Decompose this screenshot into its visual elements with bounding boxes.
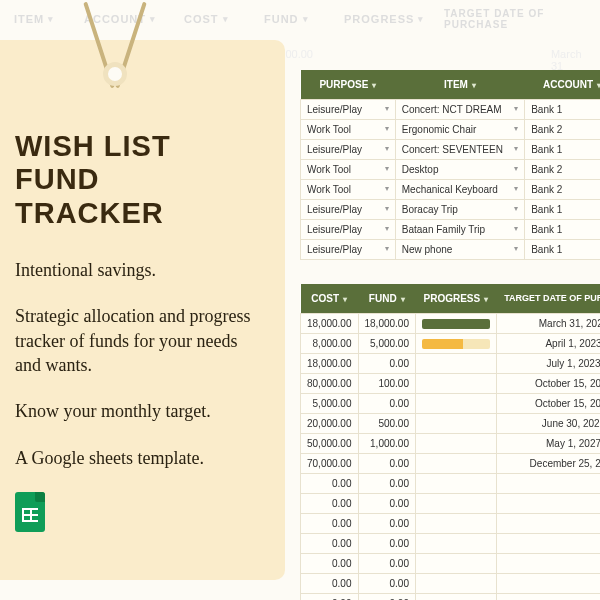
account-cell[interactable]: Bank 1 — [525, 200, 600, 220]
date-cell[interactable] — [496, 554, 600, 574]
table-row[interactable]: Leisure/Play▾Concert: NCT DREAM▾Bank 1 — [301, 100, 601, 120]
date-cell[interactable]: July 1, 2023 — [496, 354, 600, 374]
table-row[interactable]: 5,000.000.00October 15, 20239m — [301, 394, 601, 414]
date-cell[interactable] — [496, 594, 600, 601]
fund-cell[interactable]: 0.00 — [358, 354, 416, 374]
account-cell[interactable]: Bank 1 — [525, 220, 600, 240]
table-row-empty[interactable]: 0.000.00 — [301, 514, 601, 534]
table-row[interactable]: Leisure/Play▾Concert: SEVENTEEN▾Bank 1 — [301, 140, 601, 160]
table-row-empty[interactable]: 0.000.00 — [301, 554, 601, 574]
item-cell[interactable]: Boracay Trip▾ — [395, 200, 524, 220]
date-cell[interactable] — [496, 514, 600, 534]
account-cell[interactable]: Bank 2 — [525, 160, 600, 180]
cost-cell[interactable]: 0.00 — [301, 534, 359, 554]
cost-cell[interactable]: 70,000.00 — [301, 454, 359, 474]
date-cell[interactable]: October 15, 2023 — [496, 394, 600, 414]
col-purpose[interactable]: PURPOSE▾ — [301, 70, 396, 100]
item-cell[interactable]: Bataan Family Trip▾ — [395, 220, 524, 240]
cost-cell[interactable]: 0.00 — [301, 554, 359, 574]
cost-cell[interactable]: 18,000.00 — [301, 314, 359, 334]
fund-cell[interactable]: 0.00 — [358, 394, 416, 414]
table-row[interactable]: 80,000.00100.00October 15, 20239m — [301, 374, 601, 394]
table-row[interactable]: Leisure/Play▾Bataan Family Trip▾Bank 1 — [301, 220, 601, 240]
cost-cell[interactable]: 5,000.00 — [301, 394, 359, 414]
purpose-cell[interactable]: Leisure/Play▾ — [301, 220, 396, 240]
account-cell[interactable]: Bank 2 — [525, 180, 600, 200]
table-row[interactable]: Leisure/Play▾New phone▾Bank 1 — [301, 240, 601, 260]
cost-cell[interactable]: 18,000.00 — [301, 354, 359, 374]
account-cell[interactable]: Bank 1 — [525, 140, 600, 160]
cost-cell[interactable]: 0.00 — [301, 474, 359, 494]
col-cost[interactable]: COST▾ — [301, 284, 359, 314]
cost-cell[interactable]: 0.00 — [301, 594, 359, 601]
fund-cell[interactable]: 0.00 — [358, 514, 416, 534]
cost-cell[interactable]: 50,000.00 — [301, 434, 359, 454]
cost-cell[interactable]: 8,000.00 — [301, 334, 359, 354]
fund-cell[interactable]: 0.00 — [358, 554, 416, 574]
cost-cell[interactable]: 0.00 — [301, 574, 359, 594]
table-row[interactable]: Work Tool▾Desktop▾Bank 2 — [301, 160, 601, 180]
col-progress[interactable]: PROGRESS▾ — [416, 284, 497, 314]
date-cell[interactable]: April 1, 2023 — [496, 334, 600, 354]
account-cell[interactable]: Bank 1 — [525, 240, 600, 260]
item-cell[interactable]: Mechanical Keyboard▾ — [395, 180, 524, 200]
date-cell[interactable] — [496, 574, 600, 594]
date-cell[interactable] — [496, 494, 600, 514]
date-cell[interactable]: May 1, 2027 — [496, 434, 600, 454]
purpose-cell[interactable]: Work Tool▾ — [301, 160, 396, 180]
table-row[interactable]: Leisure/Play▾Boracay Trip▾Bank 1 — [301, 200, 601, 220]
date-cell[interactable] — [496, 534, 600, 554]
fund-cell[interactable]: 18,000.00 — [358, 314, 416, 334]
fund-cell[interactable]: 0.00 — [358, 534, 416, 554]
fund-cell[interactable]: 0.00 — [358, 474, 416, 494]
col-item[interactable]: ITEM▾ — [395, 70, 524, 100]
table-row[interactable]: 18,000.000.00July 1, 20236m — [301, 354, 601, 374]
account-cell[interactable]: Bank 2 — [525, 120, 600, 140]
table-row[interactable]: 20,000.00500.00June 30, 20252y and 5m — [301, 414, 601, 434]
item-cell[interactable]: Concert: SEVENTEEN▾ — [395, 140, 524, 160]
purpose-cell[interactable]: Leisure/Play▾ — [301, 140, 396, 160]
fund-cell[interactable]: 500.00 — [358, 414, 416, 434]
account-cell[interactable]: Bank 1 — [525, 100, 600, 120]
table-row-empty[interactable]: 0.000.00 — [301, 534, 601, 554]
fund-cell[interactable]: 0.00 — [358, 574, 416, 594]
table-row-empty[interactable]: 0.000.00 — [301, 474, 601, 494]
col-target-date[interactable]: TARGET DATE OF PURCHASE▾ — [496, 284, 600, 314]
table-row-empty[interactable]: 0.000.00 — [301, 594, 601, 601]
table-row[interactable]: Work Tool▾Ergonomic Chair▾Bank 2 — [301, 120, 601, 140]
fund-cell[interactable]: 1,000.00 — [358, 434, 416, 454]
fund-cell[interactable]: 0.00 — [358, 594, 416, 601]
table-row[interactable]: Work Tool▾Mechanical Keyboard▾Bank 2 — [301, 180, 601, 200]
date-cell[interactable]: March 31, 2023 — [496, 314, 600, 334]
date-cell[interactable]: October 15, 2023 — [496, 374, 600, 394]
fund-cell[interactable]: 0.00 — [358, 454, 416, 474]
table-row[interactable]: 18,000.0018,000.00March 31, 20233m — [301, 314, 601, 334]
item-cell[interactable]: New phone▾ — [395, 240, 524, 260]
cost-cell[interactable]: 20,000.00 — [301, 414, 359, 434]
col-account[interactable]: ACCOUNT▾ — [525, 70, 600, 100]
fund-cell[interactable]: 100.00 — [358, 374, 416, 394]
purpose-cell[interactable]: Work Tool▾ — [301, 180, 396, 200]
fund-cell[interactable]: 5,000.00 — [358, 334, 416, 354]
item-cell[interactable]: Ergonomic Chair▾ — [395, 120, 524, 140]
progress-cell — [416, 414, 497, 434]
cost-cell[interactable]: 0.00 — [301, 494, 359, 514]
date-cell[interactable] — [496, 474, 600, 494]
item-cell[interactable]: Concert: NCT DREAM▾ — [395, 100, 524, 120]
purpose-cell[interactable]: Leisure/Play▾ — [301, 200, 396, 220]
col-fund[interactable]: FUND▾ — [358, 284, 416, 314]
fund-cell[interactable]: 0.00 — [358, 494, 416, 514]
purpose-cell[interactable]: Leisure/Play▾ — [301, 100, 396, 120]
date-cell[interactable]: December 25, 2027 — [496, 454, 600, 474]
table-row[interactable]: 8,000.005,000.00April 1, 20233m — [301, 334, 601, 354]
item-cell[interactable]: Desktop▾ — [395, 160, 524, 180]
cost-cell[interactable]: 80,000.00 — [301, 374, 359, 394]
table-row-empty[interactable]: 0.000.00 — [301, 494, 601, 514]
purpose-cell[interactable]: Leisure/Play▾ — [301, 240, 396, 260]
cost-cell[interactable]: 0.00 — [301, 514, 359, 534]
purpose-cell[interactable]: Work Tool▾ — [301, 120, 396, 140]
table-row[interactable]: 70,000.000.00December 25, 20274y and 4m — [301, 454, 601, 474]
date-cell[interactable]: June 30, 2025 — [496, 414, 600, 434]
table-row-empty[interactable]: 0.000.00 — [301, 574, 601, 594]
table-row[interactable]: 50,000.001,000.00May 1, 20274y and 4m — [301, 434, 601, 454]
